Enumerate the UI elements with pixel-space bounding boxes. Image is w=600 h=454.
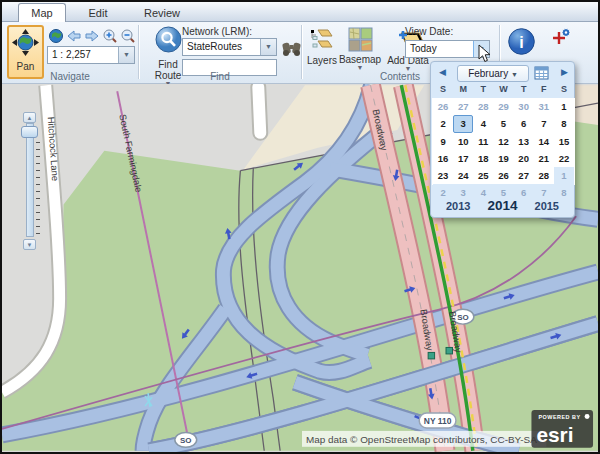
scale-combobox[interactable]: 1 : 2,257 ▼ — [47, 46, 135, 64]
calendar-day[interactable]: 2 — [433, 115, 453, 132]
scale-value: 1 : 2,257 — [52, 49, 91, 60]
find-route-magnifier-icon — [155, 26, 182, 53]
calendar-year[interactable]: 2015 — [535, 200, 559, 212]
slider-track[interactable] — [26, 123, 34, 237]
tab-map[interactable]: Map — [18, 3, 66, 22]
calendar-popup: ◀ February ▼ ▶ SMTWTFS 26272829303112345… — [430, 61, 575, 218]
esri-logo: POWERED BY esri — [531, 410, 593, 448]
basemap-dropdown-arrow[interactable]: ▼ — [338, 65, 382, 70]
scale-dropdown-arrow[interactable]: ▼ — [118, 47, 134, 63]
calendar-day[interactable]: 11 — [473, 133, 493, 150]
calendar-day[interactable]: 1 — [554, 167, 574, 184]
calendar-day[interactable]: 12 — [493, 133, 513, 150]
esri-wordmark: esri — [536, 423, 573, 446]
slider-down-button[interactable]: ▼ — [23, 239, 36, 250]
group-separator — [301, 25, 302, 79]
svg-text:i: i — [519, 34, 523, 51]
calendar-day[interactable]: 9 — [433, 133, 453, 150]
calendar-day[interactable]: 20 — [514, 150, 534, 167]
identify-route-tool-icon[interactable] — [551, 28, 571, 48]
calendar-day-selected[interactable]: 3 — [453, 115, 473, 132]
network-combobox[interactable]: StateRoutes ▼ — [182, 38, 277, 56]
slider-handle[interactable] — [21, 126, 38, 138]
layers-label: Layers — [305, 55, 339, 66]
calendar-day[interactable]: 22 — [554, 150, 574, 167]
shield-ny110: NY 110 — [424, 416, 452, 426]
calendar-day-header: S — [554, 84, 574, 94]
calendar-day[interactable]: 26 — [433, 98, 453, 115]
calendar-day[interactable]: 18 — [473, 150, 493, 167]
shield-so: SO — [180, 436, 191, 445]
forward-arrow-icon[interactable] — [84, 28, 100, 44]
zoom-in-icon[interactable] — [102, 28, 118, 44]
calendar-day[interactable]: 25 — [473, 167, 493, 184]
calendar-day[interactable]: 31 — [534, 98, 554, 115]
calendar-day[interactable]: 24 — [453, 167, 473, 184]
calendar-prev-month-arrow[interactable]: ◀ — [439, 67, 446, 77]
ribbon-tab-bar: Map Edit Review — [2, 2, 598, 22]
mouse-cursor — [478, 44, 492, 64]
back-arrow-icon[interactable] — [66, 28, 82, 44]
layers-icon — [309, 27, 335, 53]
calendar-day[interactable]: 26 — [493, 167, 513, 184]
calendar-day[interactable]: 16 — [433, 150, 453, 167]
calendar-day[interactable]: 8 — [554, 115, 574, 132]
powered-by-label: POWERED BY — [538, 414, 580, 420]
calendar-day[interactable]: 19 — [493, 150, 513, 167]
basemap-button[interactable]: Basemap ▼ — [338, 27, 382, 70]
calendar-day[interactable]: 28 — [534, 167, 554, 184]
network-dropdown-arrow[interactable]: ▼ — [260, 39, 276, 55]
network-value: StateRoutes — [187, 41, 242, 52]
zoom-out-icon[interactable] — [120, 28, 136, 44]
view-date-label: View Date: — [405, 26, 453, 37]
calendar-grid-icon[interactable] — [534, 66, 549, 80]
pan-globe-icon — [12, 29, 39, 56]
calendar-day-grid: 2627282930311234567891011121314151617181… — [433, 98, 574, 202]
tab-edit[interactable]: Edit — [80, 4, 116, 22]
calendar-day-header: T — [473, 84, 493, 94]
navigate-group-label: Navigate — [2, 71, 138, 82]
full-extent-globe-icon[interactable] — [48, 28, 64, 44]
calendar-day[interactable]: 27 — [514, 167, 534, 184]
calendar-day[interactable]: 7 — [534, 115, 554, 132]
basemap-icon — [348, 27, 373, 52]
calendar-day[interactable]: 14 — [534, 133, 554, 150]
calendar-day[interactable]: 27 — [453, 98, 473, 115]
calendar-year-current[interactable]: 2014 — [487, 198, 517, 213]
calendar-day[interactable]: 6 — [514, 115, 534, 132]
calendar-day[interactable]: 13 — [514, 133, 534, 150]
binoculars-icon[interactable] — [282, 40, 301, 57]
network-lrm-label: Network (LRM): — [182, 26, 252, 37]
calendar-day[interactable]: 10 — [453, 133, 473, 150]
calendar-day[interactable]: 17 — [453, 150, 473, 167]
calendar-month-dropdown[interactable]: February ▼ — [457, 65, 529, 82]
calendar-day[interactable]: 28 — [473, 98, 493, 115]
find-group-label: Find — [139, 71, 301, 82]
calendar-day[interactable]: 1 — [554, 98, 574, 115]
slider-tick-marks — [36, 142, 40, 234]
calendar-day[interactable]: 30 — [514, 98, 534, 115]
calendar-day[interactable]: 21 — [534, 150, 554, 167]
calendar-day-header: T — [514, 84, 534, 94]
calendar-day-header: S — [433, 84, 453, 94]
calendar-day[interactable]: 4 — [473, 115, 493, 132]
layers-button[interactable]: Layers — [305, 27, 339, 66]
tab-review[interactable]: Review — [136, 4, 188, 22]
calendar-day[interactable]: 5 — [493, 115, 513, 132]
calendar-day-header: W — [493, 84, 513, 94]
calendar-day[interactable]: 23 — [433, 167, 453, 184]
app-window: Map Edit Review Pan — [0, 0, 600, 454]
calendar-header: ◀ February ▼ ▶ — [431, 65, 574, 83]
calendar-year[interactable]: 2013 — [446, 200, 470, 212]
map-attribution: Map data © OpenStreetMap contributors, C… — [306, 434, 537, 445]
view-date-value: Today — [410, 43, 437, 54]
calendar-next-month-arrow[interactable]: ▶ — [561, 67, 568, 77]
calendar-day-headers: SMTWTFS — [433, 84, 574, 94]
calendar-day[interactable]: 15 — [554, 133, 574, 150]
calendar-year-selector: 201320142015 — [431, 198, 574, 213]
calendar-day-header: F — [534, 84, 554, 94]
info-button[interactable]: i — [508, 28, 535, 55]
calendar-month-label: February — [468, 68, 508, 79]
slider-up-button[interactable]: ▲ — [23, 112, 36, 123]
calendar-day[interactable]: 29 — [493, 98, 513, 115]
